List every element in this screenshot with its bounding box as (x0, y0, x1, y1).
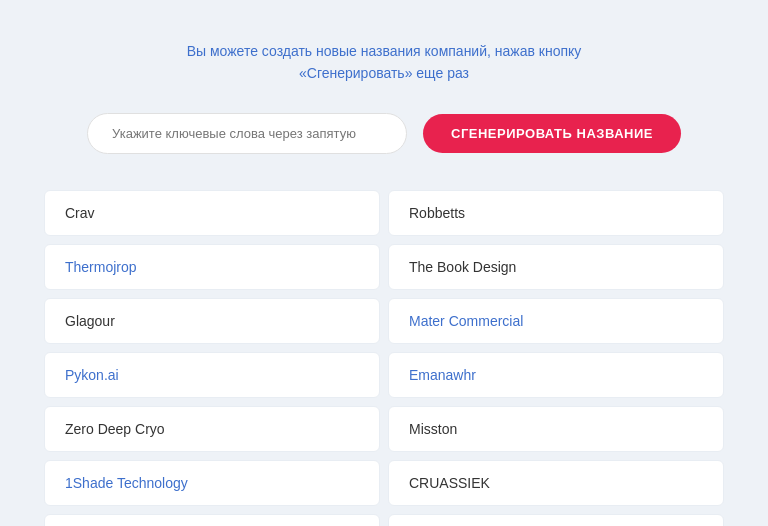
name-card[interactable]: Rebel Zone (44, 514, 380, 526)
name-card[interactable]: 1Shade Technology (44, 460, 380, 506)
name-card[interactable]: Misston (388, 406, 724, 452)
name-card[interactable]: Emanawhr (388, 352, 724, 398)
name-card[interactable]: Zero Deep Cryo (44, 406, 380, 452)
name-card[interactable]: Glagour (44, 298, 380, 344)
name-card[interactable]: CRUASSIEK (388, 460, 724, 506)
results-grid: CravRobbettsThermojropThe Book DesignGla… (44, 190, 724, 526)
name-card[interactable]: Pykon.ai (44, 352, 380, 398)
generate-button[interactable]: СГЕНЕРИРОВАТЬ НАЗВАНИЕ (423, 114, 681, 153)
keyword-input[interactable] (87, 113, 407, 154)
name-card[interactable]: Mater Commercial (388, 298, 724, 344)
search-row: СГЕНЕРИРОВАТЬ НАЗВАНИЕ (44, 113, 724, 154)
name-card[interactable]: Fabct (388, 514, 724, 526)
name-card[interactable]: Robbetts (388, 190, 724, 236)
name-card[interactable]: Crav (44, 190, 380, 236)
name-card[interactable]: The Book Design (388, 244, 724, 290)
name-card[interactable]: Thermojrop (44, 244, 380, 290)
header-description: Вы можете создать новые названия компани… (187, 40, 582, 85)
